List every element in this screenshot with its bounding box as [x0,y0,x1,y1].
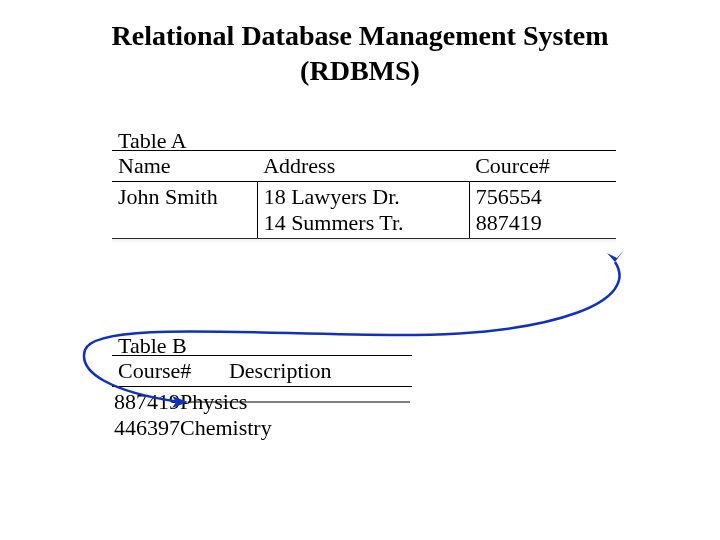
table-row: 446397Chemistry [114,415,272,440]
cell-course-b0: 887419 [114,389,180,414]
course-line-1: 756554 [476,184,542,209]
cell-address: 18 Lawyers Dr. 14 Summers Tr. [257,182,469,239]
cell-course-b1: 446397 [114,415,180,440]
table-a-header-row: Name Address Cource# [112,151,616,182]
page-title: Relational Database Management System (R… [0,18,720,88]
cell-course: 756554 887419 [469,182,616,239]
col-header-name: Name [112,151,257,182]
cell-name: John Smith [112,182,257,239]
table-row: John Smith 18 Lawyers Dr. 14 Summers Tr.… [112,182,616,239]
title-line-1: Relational Database Management System [112,20,609,51]
col-header-address: Address [257,151,469,182]
title-line-2: (RDBMS) [300,55,420,86]
cell-desc-b0: Physics [180,389,247,414]
col-header-course: Cource# [469,151,616,182]
course-line-2: 887419 [476,210,542,235]
table-b-body: 887419Physics 446397Chemistry [112,387,412,441]
cell-desc-b1: Chemistry [180,415,272,440]
table-a: Name Address Cource# John Smith 18 Lawye… [112,151,616,238]
address-line-1: 18 Lawyers Dr. [264,184,400,209]
col-header-course-b: Course# [112,356,223,387]
table-row: 887419Physics [114,389,247,414]
col-header-desc: Description [223,356,412,387]
table-b-header-row: Course# Description [112,356,412,387]
address-line-2: 14 Summers Tr. [264,210,404,235]
table-b: Course# Description [112,356,412,387]
